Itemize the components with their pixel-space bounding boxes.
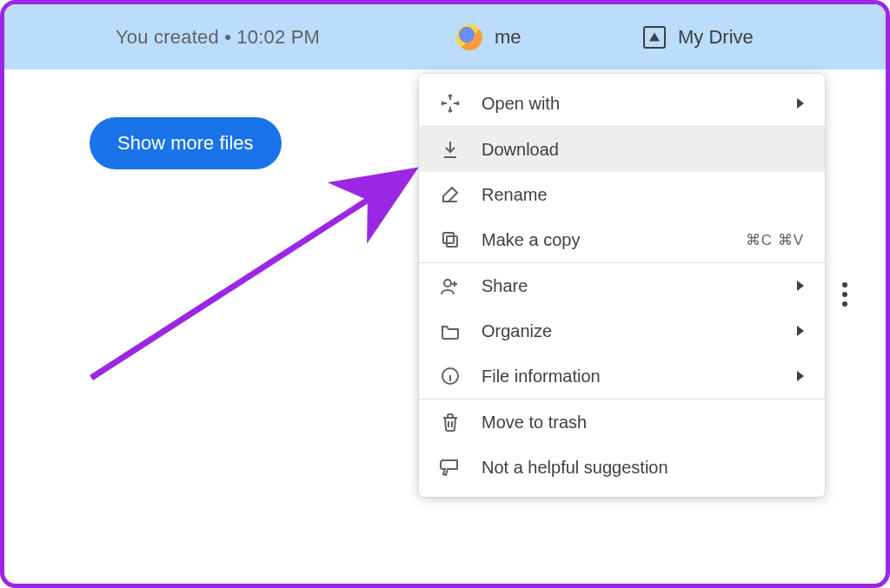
menu-shortcut: ⌘C ⌘V bbox=[746, 231, 804, 249]
chevron-right-icon bbox=[797, 98, 804, 109]
menu-open-with[interactable]: Open with bbox=[419, 81, 825, 126]
chevron-right-icon bbox=[797, 371, 804, 381]
menu-not-helpful[interactable]: Not a helpful suggestion bbox=[419, 445, 825, 490]
menu-label: Share bbox=[482, 276, 797, 296]
svg-line-4 bbox=[91, 174, 408, 378]
show-more-files-button[interactable]: Show more files bbox=[90, 117, 282, 169]
menu-label: Not a helpful suggestion bbox=[482, 458, 804, 478]
info-icon bbox=[440, 366, 461, 386]
open-with-icon bbox=[440, 93, 461, 114]
svg-rect-0 bbox=[447, 236, 457, 247]
menu-download[interactable]: Download bbox=[419, 127, 825, 172]
owner-cell[interactable]: me bbox=[456, 24, 521, 50]
download-icon bbox=[440, 139, 461, 160]
svg-point-2 bbox=[444, 280, 451, 287]
menu-organize[interactable]: Organize bbox=[419, 308, 825, 353]
rename-icon bbox=[440, 184, 461, 205]
menu-label: Rename bbox=[482, 185, 804, 205]
file-info-bar: You created • 10:02 PM me My Drive bbox=[4, 4, 886, 69]
menu-label: File information bbox=[482, 367, 797, 386]
chevron-right-icon bbox=[797, 326, 804, 336]
menu-rename[interactable]: Rename bbox=[419, 172, 825, 217]
menu-label: Download bbox=[482, 140, 804, 160]
owner-label: me bbox=[495, 26, 521, 49]
chevron-right-icon bbox=[797, 281, 804, 291]
location-cell[interactable]: My Drive bbox=[643, 26, 754, 49]
menu-label: Organize bbox=[482, 321, 797, 341]
share-icon bbox=[440, 275, 461, 296]
organize-icon bbox=[440, 320, 461, 341]
avatar bbox=[456, 24, 482, 50]
context-menu: Open with Download Rename M bbox=[419, 74, 825, 497]
location-label: My Drive bbox=[678, 26, 754, 49]
more-options-button[interactable] bbox=[834, 274, 856, 315]
created-text: You created • 10:02 PM bbox=[116, 26, 320, 49]
copy-icon bbox=[440, 229, 461, 250]
trash-icon bbox=[440, 412, 461, 433]
menu-label: Make a copy bbox=[482, 230, 746, 250]
menu-make-a-copy[interactable]: Make a copy ⌘C ⌘V bbox=[419, 217, 825, 262]
menu-share[interactable]: Share bbox=[419, 263, 825, 308]
menu-label: Open with bbox=[482, 94, 797, 114]
menu-file-information[interactable]: File information bbox=[419, 353, 825, 399]
menu-label: Move to trash bbox=[482, 413, 804, 433]
svg-rect-1 bbox=[443, 233, 454, 243]
menu-move-to-trash[interactable]: Move to trash bbox=[419, 400, 825, 445]
drive-icon bbox=[643, 26, 666, 49]
thumbs-down-icon bbox=[440, 457, 461, 478]
annotated-frame: You created • 10:02 PM me My Drive Show … bbox=[0, 0, 890, 588]
